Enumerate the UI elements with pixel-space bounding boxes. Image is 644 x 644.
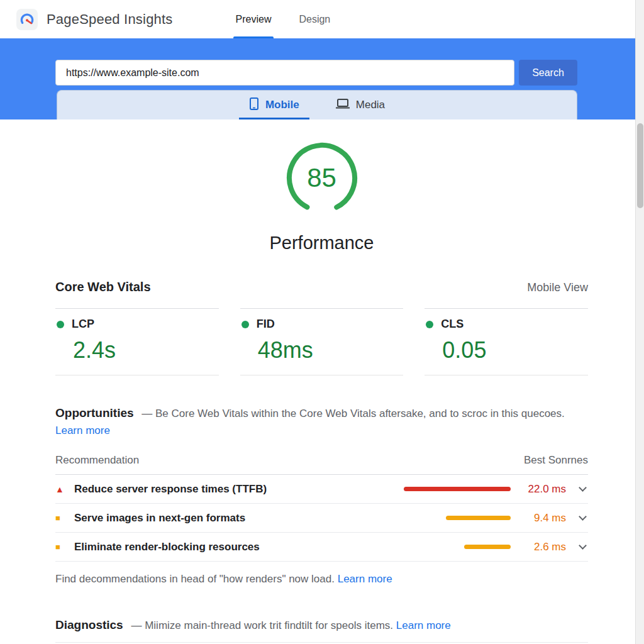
row-value: 9.4 ms [521, 512, 566, 525]
device-tabbar: Mobile Media [57, 90, 577, 119]
opportunities-header: Opportunities — Be Core Web Vitals withi… [55, 404, 588, 439]
app-title: PageSpeed Insights [47, 11, 173, 28]
score-section: 85 Performance [55, 119, 588, 253]
diagnostics-heading: Diagnostics [55, 618, 123, 631]
scrollbar-track[interactable] [635, 0, 644, 644]
diagnostics-learn-more-link[interactable]: Learn more [396, 619, 451, 631]
tab-preview[interactable]: Preview [222, 0, 286, 38]
status-dot-green [242, 321, 249, 328]
vitals-metrics: LCP 2.4s FID 48ms CLS 0.05 [55, 308, 588, 375]
metric-value: 48ms [258, 337, 404, 364]
app-header: PageSpeed Insights Preview Design [0, 0, 635, 38]
row-label: Serve images in next-gen formats [74, 512, 245, 525]
status-dot-green [57, 321, 64, 328]
diagnostics-description: — Miimize main-thread work trit findtilt… [131, 619, 393, 631]
metric-value: 2.4s [73, 337, 219, 364]
score-gauge: 85 [284, 140, 360, 216]
mobile-view-label: Mobile View [527, 281, 588, 294]
tab-mobile-label: Mobile [265, 99, 299, 111]
warning-square-icon: ■ [55, 542, 74, 552]
report-content: 85 Performance Core Web Vitals Mobile Vi… [0, 119, 635, 644]
savings-bar [464, 545, 511, 549]
table-row[interactable]: ▲ Reduce server response times (TTFB) 22… [55, 475, 588, 504]
col-recommendation: Recommendation [55, 454, 139, 467]
chevron-down-icon[interactable] [579, 513, 587, 521]
note-text: Find decommendations in head of "how ren… [55, 573, 335, 585]
tab-media-label: Media [356, 99, 385, 111]
vitals-header: Core Web Vitals Mobile View [55, 280, 588, 294]
metric-fid: FID 48ms [240, 308, 404, 375]
row-label: Reduce server response times (TTFB) [74, 483, 267, 496]
opportunities-heading: Opportunities [55, 406, 134, 419]
score-label: Performance [269, 233, 374, 253]
row-label: Eliminate render-blocking resources [74, 541, 260, 553]
vitals-heading: Core Web Vitals [55, 280, 151, 294]
metric-value: 0.05 [442, 337, 588, 364]
note-learn-more-link[interactable]: Learn more [338, 573, 392, 585]
opportunities-note: Find decommendations in head of "how ren… [55, 573, 588, 586]
tab-design[interactable]: Design [285, 0, 344, 38]
col-best-savings: Best Sonrnes [524, 454, 588, 467]
metric-name: FID [257, 318, 275, 331]
search-button[interactable]: Search [519, 60, 577, 86]
laptop-icon [336, 98, 350, 113]
metric-lcp: LCP 2.4s [55, 308, 219, 375]
scrollbar-thumb[interactable] [637, 123, 643, 208]
opportunities-table-header: Recommendation Best Sonrnes [55, 454, 588, 475]
url-input[interactable] [55, 60, 514, 86]
search-row: Search [0, 38, 635, 86]
metric-cls: CLS 0.05 [425, 308, 588, 375]
score-value: 85 [284, 140, 360, 216]
tab-mobile[interactable]: Mobile [239, 91, 309, 119]
savings-bar [404, 487, 511, 491]
search-banner: Search Mobile Media [0, 38, 635, 119]
table-row[interactable]: ■ Eliminate render-blocking resources 2.… [55, 533, 588, 562]
metric-name: LCP [72, 318, 94, 331]
opportunities-learn-more-link[interactable]: Learn more [55, 425, 110, 436]
diagnostics-header: Diagnostics — Miimize main-thread work t… [55, 618, 588, 632]
pagespeed-page: PageSpeed Insights Preview Design Search… [0, 0, 635, 644]
savings-bar [446, 516, 511, 520]
status-dot-green [426, 321, 433, 328]
app-tabs: Preview Design [222, 0, 345, 38]
chevron-down-icon[interactable] [579, 484, 587, 492]
opportunities-description: — Be Core Web Vitals within the Core Web… [142, 408, 564, 419]
metric-name: CLS [441, 318, 464, 331]
mobile-icon [249, 97, 259, 113]
row-value: 22.0 ms [521, 483, 566, 496]
tab-media[interactable]: Media [326, 91, 395, 119]
chevron-down-icon[interactable] [579, 541, 587, 550]
row-value: 2.6 ms [521, 541, 566, 553]
warning-square-icon: ■ [55, 513, 74, 523]
pagespeed-logo-icon [16, 9, 38, 30]
table-row[interactable]: ■ Serve images in next-gen formats 9.4 m… [55, 504, 588, 533]
warning-triangle-icon: ▲ [55, 484, 74, 494]
